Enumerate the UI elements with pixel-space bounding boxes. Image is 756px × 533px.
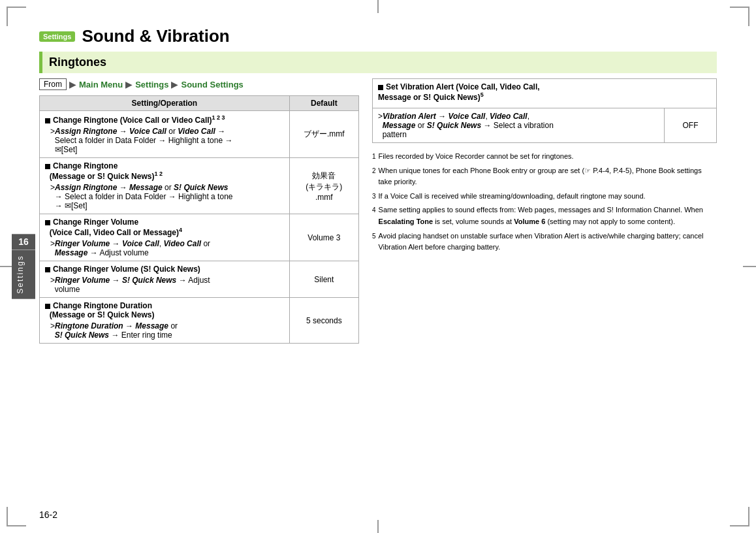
table-row: Change Ringer Volume (Voice Call, Video … xyxy=(40,214,359,261)
footnote-text-1: Files recorded by Voice Recorder cannot … xyxy=(379,151,574,163)
black-square-icon xyxy=(45,164,50,169)
center-bottom-mark xyxy=(377,520,379,533)
row5-title: Change Ringtone Duration (Message or S! … xyxy=(45,301,284,319)
row3-operation: Change Ringer Volume (Voice Call, Video … xyxy=(40,214,290,261)
footnote-num-3: 3 xyxy=(372,191,376,202)
row4-instruction: >Ringer Volume → S! Quick News → Adjust … xyxy=(50,276,284,294)
vibration-title: Set Vibration Alert (Voice Call, Video C… xyxy=(378,82,711,102)
page-number: 16-2 xyxy=(39,509,57,520)
black-square-icon xyxy=(45,220,50,225)
row1-default: ブザー.mmf xyxy=(289,111,358,158)
black-square-icon xyxy=(45,118,50,123)
row3-default: Volume 3 xyxy=(289,214,358,261)
center-right-mark xyxy=(743,266,756,267)
footnote-num-2: 2 xyxy=(372,165,376,188)
row3-instruction: >Ringer Volume → Voice Call, Video Call … xyxy=(50,239,284,257)
row2-title: Change Ringtone (Message or S! Quick New… xyxy=(45,161,284,181)
corner-tl xyxy=(7,7,26,26)
vibration-header-row: Set Vibration Alert (Voice Call, Video C… xyxy=(373,79,717,108)
vibration-header-cell: Set Vibration Alert (Voice Call, Video C… xyxy=(373,79,717,108)
table-row: Change Ringer Volume (S! Quick News) >Ri… xyxy=(40,261,359,298)
footnote-text-5: Avoid placing handset on unstable surfac… xyxy=(379,231,717,253)
corner-tr xyxy=(730,7,749,26)
footnote-num-1: 1 xyxy=(372,151,376,163)
settings-table: Setting/Operation Default Change Rington… xyxy=(39,95,359,344)
row4-default: Silent xyxy=(289,261,358,298)
black-square-icon xyxy=(45,267,50,272)
corner-br xyxy=(730,507,749,526)
two-col-layout: From ▶ Main Menu ▶ Settings ▶ Sound Sett… xyxy=(39,78,717,507)
breadcrumb-sound: Sound Settings xyxy=(181,80,243,89)
row4-title: Change Ringer Volume (S! Quick News) xyxy=(45,265,284,274)
row1-operation: Change Ringtone (Voice Call or Video Cal… xyxy=(40,111,290,158)
row5-instruction: >Ringtone Duration → Message or S! Quick… xyxy=(50,321,284,340)
main-title: Sound & Vibration xyxy=(82,26,229,46)
table-row: Change Ringtone Duration (Message or S! … xyxy=(40,298,359,344)
vibration-table: Set Vibration Alert (Voice Call, Video C… xyxy=(372,78,717,143)
footnote-2: 2 When unique tones for each Phone Book … xyxy=(372,165,717,188)
breadcrumb: From ▶ Main Menu ▶ Settings ▶ Sound Sett… xyxy=(39,78,359,90)
page-content: Settings Sound & Vibration Ringtones Fro… xyxy=(39,26,717,507)
footnote-text-3: If a Voice Call is received while stream… xyxy=(379,191,646,202)
center-top-mark xyxy=(377,0,379,13)
col-header-default: Default xyxy=(289,96,358,111)
row2-instruction: >Assign Ringtone → Message or S! Quick N… xyxy=(50,183,284,210)
row1-title: Change Ringtone (Voice Call or Video Cal… xyxy=(45,114,284,125)
row1-instruction: >Assign Ringtone → Voice Call or Video C… xyxy=(50,127,284,154)
side-tab: 16 Settings xyxy=(12,234,35,299)
footnote-1: 1 Files recorded by Voice Recorder canno… xyxy=(372,151,717,163)
row3-title: Change Ringer Volume (Voice Call, Video … xyxy=(45,218,284,237)
breadcrumb-mainmenu: Main Menu xyxy=(79,80,123,89)
page-title-area: Settings Sound & Vibration xyxy=(39,26,717,46)
row5-default: 5 seconds xyxy=(289,298,358,344)
col-header-operation: Setting/Operation xyxy=(40,96,290,111)
breadcrumb-from: From xyxy=(39,78,67,90)
settings-badge: Settings xyxy=(39,31,75,42)
breadcrumb-arrow-1: ▶ xyxy=(69,79,76,89)
table-row: Change Ringtone (Message or S! Quick New… xyxy=(40,158,359,214)
footnote-num-5: 5 xyxy=(372,231,376,253)
row4-operation: Change Ringer Volume (S! Quick News) >Ri… xyxy=(40,261,290,298)
vibration-default-value: OFF xyxy=(665,108,717,143)
left-column: From ▶ Main Menu ▶ Settings ▶ Sound Sett… xyxy=(39,78,359,507)
vibration-instruction-cell: >Vibration Alert → Voice Call, Video Cal… xyxy=(373,108,665,143)
right-column: Set Vibration Alert (Voice Call, Video C… xyxy=(372,78,717,507)
breadcrumb-settings: Settings xyxy=(135,80,168,89)
black-square-icon xyxy=(45,304,50,309)
row2-default: 効果音(キラキラ).mmf xyxy=(289,158,358,214)
side-tab-label: Settings xyxy=(12,250,35,299)
corner-bl xyxy=(7,507,26,526)
footnote-text-4: Same setting applies to sound effects fr… xyxy=(379,204,717,227)
section-heading: Ringtones xyxy=(39,52,717,73)
row5-operation: Change Ringtone Duration (Message or S! … xyxy=(40,298,290,344)
footnote-5: 5 Avoid placing handset on unstable surf… xyxy=(372,231,717,253)
table-row: Change Ringtone (Voice Call or Video Cal… xyxy=(40,111,359,158)
footnote-4: 4 Same setting applies to sound effects … xyxy=(372,204,717,227)
black-square-icon xyxy=(378,85,383,90)
vibration-data-row: >Vibration Alert → Voice Call, Video Cal… xyxy=(373,108,717,143)
footnote-num-4: 4 xyxy=(372,204,376,227)
breadcrumb-arrow-3: ▶ xyxy=(171,79,178,89)
breadcrumb-arrow-2: ▶ xyxy=(125,79,133,89)
footnote-text-2: When unique tones for each Phone Book en… xyxy=(379,165,717,188)
row2-operation: Change Ringtone (Message or S! Quick New… xyxy=(40,158,290,214)
side-tab-number: 16 xyxy=(12,234,35,250)
center-left-mark xyxy=(0,266,13,267)
footnotes-section: 1 Files recorded by Voice Recorder canno… xyxy=(372,151,717,256)
footnote-3: 3 If a Voice Call is received while stre… xyxy=(372,191,717,202)
